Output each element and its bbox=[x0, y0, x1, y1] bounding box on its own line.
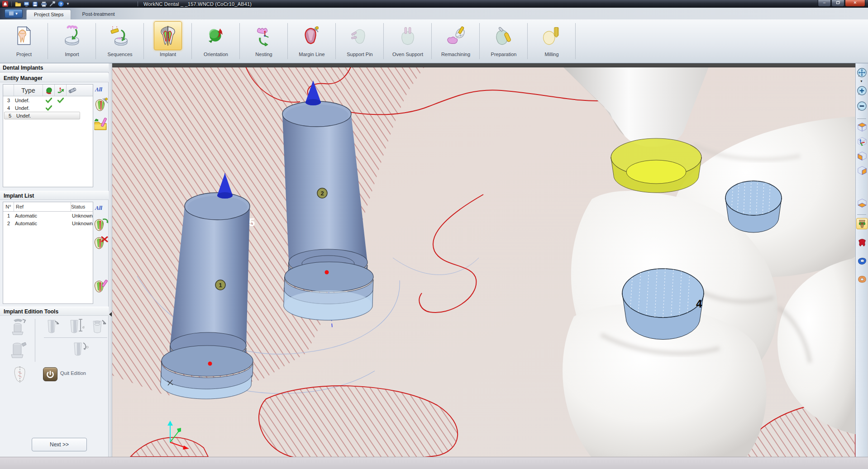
entity-row-4[interactable]: 4 Undef. bbox=[3, 104, 93, 112]
main-area: Dental Implants Entity Manager Type bbox=[0, 63, 868, 457]
implant-collar-yellow bbox=[611, 138, 701, 193]
viewport-3d[interactable]: 4 1 5 bbox=[112, 63, 855, 457]
implant-active-highlight bbox=[154, 21, 182, 50]
ribbon-label: Preparation bbox=[491, 52, 517, 57]
ribbon-item-oven-support[interactable]: Oven Support bbox=[384, 19, 432, 63]
print-icon[interactable] bbox=[40, 1, 47, 7]
clamp-implant-tool[interactable] bbox=[10, 341, 27, 360]
entity-row-num: 3 bbox=[3, 98, 14, 103]
height-implant-tool[interactable]: d bbox=[69, 317, 86, 336]
implant-list-table[interactable]: N° Ref Status 1 Automatic Unknown 2 Auto… bbox=[3, 202, 93, 304]
tools-divider-horizontal bbox=[44, 337, 107, 338]
ribbon-item-nesting[interactable]: Nesting bbox=[240, 19, 288, 63]
view-toolbar: ▼ bbox=[855, 63, 868, 457]
minimize-button[interactable]: – bbox=[818, 0, 831, 7]
entity-row-3[interactable]: 3 Undef. bbox=[3, 96, 93, 104]
entity-all-button[interactable]: All bbox=[95, 86, 109, 93]
open-folder-icon[interactable] bbox=[14, 1, 21, 7]
collapse-panel-icon[interactable] bbox=[109, 312, 112, 317]
implant-header-ref: Ref bbox=[14, 202, 71, 211]
implant-row-num: 1 bbox=[3, 213, 14, 218]
ribbon-item-implant[interactable]: Implant bbox=[144, 19, 192, 63]
edit-implant-icon[interactable] bbox=[94, 279, 108, 294]
settings-wrench-icon[interactable] bbox=[49, 1, 56, 7]
ribbon-item-support-pin[interactable]: Support Pin bbox=[336, 19, 384, 63]
rotate-implant-tool[interactable] bbox=[10, 317, 27, 336]
zoom-in-button[interactable] bbox=[856, 85, 868, 96]
ribbon-item-margin-line[interactable]: Margin Line bbox=[288, 19, 336, 63]
implant-row-status: Unknown bbox=[71, 213, 93, 218]
sequences-icon bbox=[110, 25, 130, 46]
remachining-icon bbox=[445, 25, 466, 46]
ribbon-item-orientation[interactable]: Orientation bbox=[192, 19, 240, 63]
hole-4-label: 4 bbox=[696, 298, 702, 310]
hole-5-label: 5 bbox=[249, 216, 255, 228]
show-implants-button[interactable] bbox=[856, 218, 868, 229]
ribbon-item-remachining[interactable]: Remachining bbox=[432, 19, 480, 63]
quit-edition-button[interactable] bbox=[43, 367, 57, 381]
pan-view-button[interactable] bbox=[856, 67, 868, 78]
tab-project-steps[interactable]: Project Steps bbox=[26, 9, 71, 19]
open-entity-folder-icon[interactable] bbox=[94, 117, 108, 132]
view-front-button[interactable] bbox=[856, 150, 868, 161]
move-implant-tool[interactable] bbox=[45, 317, 62, 336]
show-ring-orange-button[interactable] bbox=[856, 273, 868, 284]
implant-axis-tool[interactable] bbox=[12, 365, 29, 384]
ribbon-label: Milling bbox=[544, 52, 558, 57]
show-margin-blue-button[interactable] bbox=[856, 255, 868, 266]
view-top-button[interactable] bbox=[856, 121, 868, 133]
entity-header-type: Type bbox=[14, 85, 43, 96]
import-file-icon[interactable] bbox=[23, 1, 30, 7]
ribbon-item-import[interactable]: Import bbox=[48, 19, 96, 63]
edit-entity-icon[interactable] bbox=[94, 98, 108, 113]
implant-row-1[interactable]: 1 Automatic Unknown bbox=[3, 212, 93, 219]
support-pin-icon bbox=[349, 25, 370, 46]
entity-manager-header: Entity Manager bbox=[0, 73, 109, 82]
implant-header-status: Status bbox=[71, 202, 93, 211]
import-icon bbox=[62, 25, 82, 46]
zoom-out-button[interactable] bbox=[856, 100, 868, 112]
application-menu-button[interactable]: ▼ bbox=[5, 9, 23, 18]
qat-dropdown-caret[interactable]: ▼ bbox=[66, 2, 70, 6]
tools-divider-vertical bbox=[35, 319, 35, 362]
view-bottom-button[interactable] bbox=[856, 197, 868, 208]
add-implant-icon[interactable] bbox=[94, 217, 108, 232]
ribbon-item-sequences[interactable]: Sequences bbox=[96, 19, 144, 63]
tab-post-treatment[interactable]: Post-treatment bbox=[75, 9, 122, 19]
entity-manager-table[interactable]: Type 3 Undef. bbox=[3, 84, 93, 187]
entity-row-type: Undef. bbox=[14, 105, 43, 111]
delete-implant-icon[interactable] bbox=[94, 235, 108, 251]
close-button[interactable]: ✕ bbox=[845, 0, 865, 7]
ribbon-label: Orientation bbox=[204, 52, 228, 57]
toolbar-separator bbox=[857, 214, 866, 215]
toolbar-separator bbox=[857, 118, 866, 119]
implant-row-num: 2 bbox=[3, 221, 14, 226]
entity-row-num: 5 bbox=[5, 113, 15, 118]
qat-separator bbox=[11, 1, 12, 6]
implant-row-2[interactable]: 2 Automatic Unknown bbox=[3, 219, 93, 227]
save-icon[interactable] bbox=[32, 1, 38, 7]
next-button[interactable]: Next >> bbox=[32, 438, 87, 451]
menu-caret-icon: ▼ bbox=[15, 12, 19, 16]
ribbon-item-preparation[interactable]: Preparation bbox=[480, 19, 528, 63]
restore-button[interactable] bbox=[831, 0, 844, 7]
geometry-column-icon bbox=[43, 85, 55, 96]
power-icon bbox=[46, 370, 55, 379]
entity-row-5-selected[interactable]: 5 Undef. bbox=[4, 112, 80, 119]
entity-row-type: Undef. bbox=[14, 98, 43, 103]
ribbon-item-project[interactable]: Project bbox=[0, 19, 48, 63]
menu-lines-icon bbox=[9, 12, 14, 15]
ribbon-label: Sequences bbox=[107, 52, 132, 57]
implant-all-button[interactable]: All bbox=[95, 204, 109, 212]
panel-splitter[interactable] bbox=[109, 63, 112, 457]
view-right-button[interactable] bbox=[856, 165, 868, 176]
pan-dropdown-caret[interactable]: ▼ bbox=[860, 80, 863, 83]
extract-implant-tool[interactable] bbox=[91, 317, 109, 336]
project-icon bbox=[14, 25, 34, 46]
ribbon-item-milling[interactable]: Milling bbox=[528, 19, 576, 63]
app-logo-icon[interactable] bbox=[2, 1, 9, 7]
view-iso-button[interactable] bbox=[856, 136, 868, 147]
angle-implant-tool[interactable]: D bbox=[72, 340, 90, 359]
show-tooth-red-button[interactable] bbox=[856, 237, 868, 248]
help-icon[interactable]: ? bbox=[57, 1, 64, 7]
